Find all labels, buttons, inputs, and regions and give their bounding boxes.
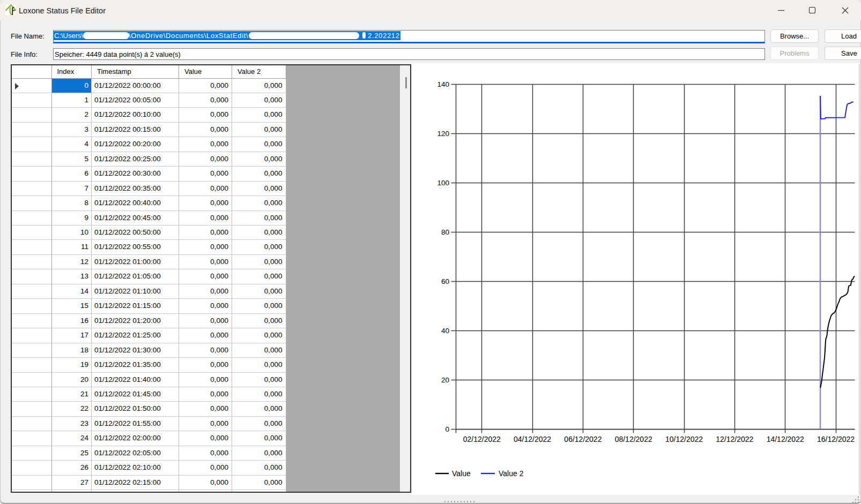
svg-text:20: 20 [441, 376, 449, 384]
svg-text:12/12/2022: 12/12/2022 [716, 435, 753, 443]
svg-text:80: 80 [441, 228, 449, 236]
svg-text:02/12/2022: 02/12/2022 [463, 435, 501, 443]
svg-text:60: 60 [441, 277, 449, 285]
svg-text:04/12/2022: 04/12/2022 [514, 435, 551, 443]
svg-text:40: 40 [441, 327, 449, 335]
svg-text:140: 140 [437, 80, 449, 88]
svg-text:10/12/2022: 10/12/2022 [665, 435, 703, 443]
svg-text:Value: Value [452, 469, 471, 478]
svg-text:14/12/2022: 14/12/2022 [767, 435, 804, 443]
svg-text:06/12/2022: 06/12/2022 [564, 435, 602, 443]
svg-text:0: 0 [445, 425, 449, 433]
svg-text:100: 100 [437, 179, 449, 187]
svg-text:Value 2: Value 2 [499, 469, 524, 478]
svg-text:08/12/2022: 08/12/2022 [615, 435, 652, 443]
svg-text:16/12/2022: 16/12/2022 [817, 435, 855, 443]
svg-text:120: 120 [437, 130, 449, 138]
